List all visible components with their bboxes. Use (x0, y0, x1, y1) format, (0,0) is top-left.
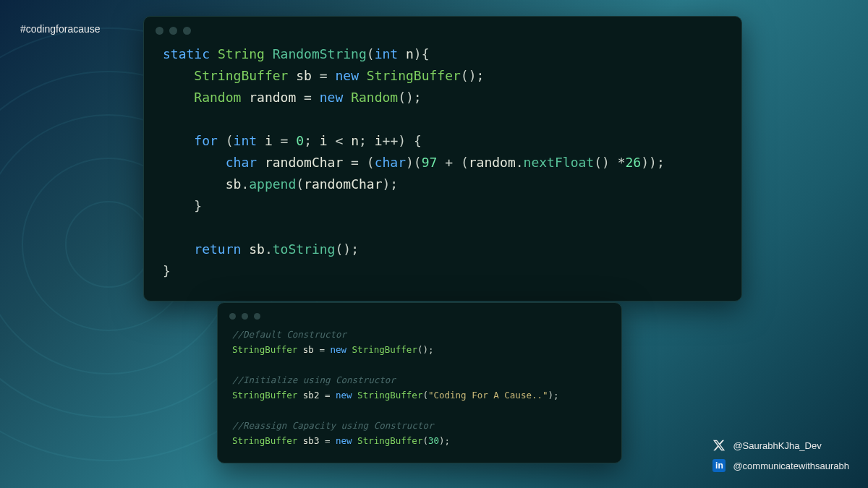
punct: ); (439, 435, 450, 446)
traffic-light-icon (229, 313, 236, 320)
kw-int: int (375, 46, 399, 61)
punct: } (163, 198, 202, 213)
traffic-light-icon (242, 313, 248, 320)
traffic-light-icon (254, 313, 260, 320)
var-n: n (406, 46, 414, 61)
linkedin-icon: in (712, 459, 726, 472)
type-stringbuffer: StringBuffer (232, 344, 297, 355)
type-random: Random (194, 90, 241, 105)
comment: //Initialize using Constructor (232, 374, 396, 385)
kw-new: new (335, 68, 359, 83)
code-window-main: static String RandomString(int n){ Strin… (143, 16, 742, 301)
kw-for: for (194, 133, 218, 148)
type-string: String (218, 46, 265, 61)
punct: (); (461, 68, 485, 83)
var-sb3: sb3 (303, 435, 320, 446)
punct: )); (641, 155, 665, 170)
traffic-light-icon (183, 27, 191, 35)
var-sb: sb (303, 344, 314, 355)
num-0: 0 (296, 133, 304, 148)
string-literal: "Coding For A Cause.." (428, 390, 548, 401)
punct: ( (367, 46, 375, 61)
social-twitter[interactable]: @SaurabhKJha_Dev (712, 439, 849, 452)
punct: ){ (414, 46, 430, 61)
twitter-handle: @SaurabhKJha_Dev (733, 440, 821, 451)
kw-int: int (234, 133, 258, 148)
var-sb2: sb2 (303, 390, 320, 401)
num-26: 26 (626, 155, 642, 170)
window-titlebar (218, 303, 621, 324)
punct: (); (335, 241, 359, 257)
comment: //Reassign Capacity using Constructor (232, 420, 433, 431)
punct: ); (548, 390, 559, 401)
fn-nextfloat: nextFloat (524, 155, 595, 170)
var-i: i (265, 133, 273, 148)
window-titlebar (144, 17, 741, 39)
comment: //Default Constructor (232, 329, 346, 340)
linkedin-handle: @communicatewithsaurabh (733, 461, 849, 471)
num-97: 97 (422, 155, 438, 170)
social-linkedin[interactable]: in @communicatewithsaurabh (712, 459, 849, 472)
type-stringbuffer: StringBuffer (194, 68, 288, 83)
num-30: 30 (428, 435, 439, 446)
fn-append: append (249, 176, 296, 192)
punct: ); (382, 176, 398, 192)
traffic-light-icon (156, 27, 163, 35)
var-random: random (249, 90, 296, 105)
punct: (); (417, 344, 434, 355)
code-body-main: static String RandomString(int n){ Strin… (144, 39, 741, 301)
kw-return: return (194, 241, 241, 257)
socials: @SaurabhKJha_Dev in @communicatewithsaur… (712, 439, 849, 472)
punct: ++) { (383, 133, 422, 148)
kw-static: static (163, 46, 210, 61)
var-randomchar: randomChar (265, 155, 343, 170)
code-window-secondary: //Default Constructor StringBuffer sb = … (217, 302, 622, 463)
hashtag-label: #codingforacause (20, 23, 101, 35)
code-body-secondary: //Default Constructor StringBuffer sb = … (218, 324, 621, 463)
type-random: Random (351, 90, 398, 105)
kw-char: char (226, 155, 257, 170)
fn-randomstring: RandomString (273, 46, 367, 61)
traffic-light-icon (169, 27, 177, 35)
kw-new: new (330, 344, 346, 355)
punct: } (163, 263, 171, 278)
punct: (); (398, 90, 422, 105)
kw-new: new (320, 90, 344, 105)
x-icon (712, 439, 726, 452)
fn-tostring: toString (273, 241, 336, 257)
var-sb: sb (296, 68, 312, 83)
type-stringbuffer: StringBuffer (367, 68, 461, 83)
